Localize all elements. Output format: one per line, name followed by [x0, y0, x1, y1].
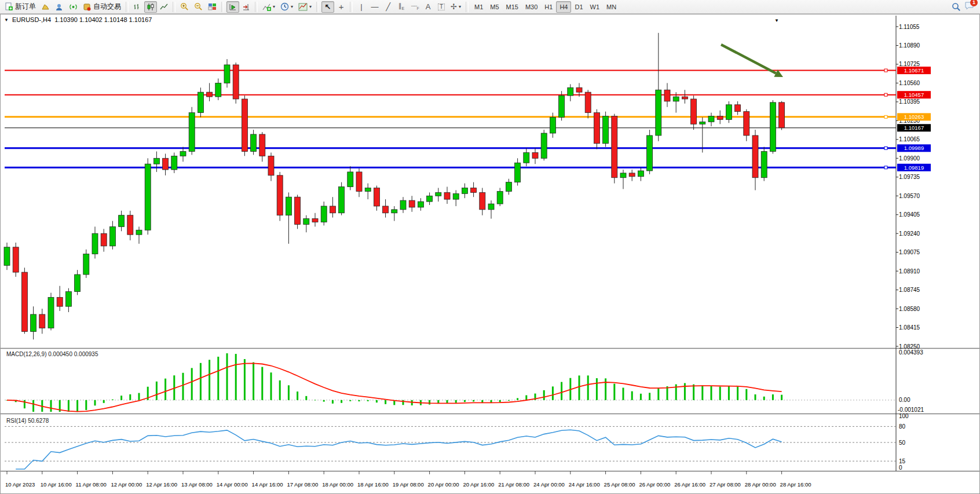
svg-text:24 Apr 16:00: 24 Apr 16:00 — [569, 481, 600, 488]
horizontal-line-button[interactable]: — — [368, 1, 381, 13]
tile-windows-button[interactable] — [206, 1, 219, 13]
chart-canvas[interactable]: 1.110551.108901.107251.105601.103951.102… — [1, 14, 979, 493]
zoom-in-button[interactable] — [178, 1, 191, 13]
arrows-icon: ✢ — [451, 3, 457, 10]
timeframe-d1[interactable]: D1 — [571, 1, 586, 13]
svg-text:26 Apr 00:00: 26 Apr 00:00 — [639, 481, 670, 488]
timeframe-m15[interactable]: M15 — [503, 1, 522, 13]
signals-icon — [69, 3, 78, 11]
cursor-icon: ↖ — [325, 3, 331, 10]
svg-text:1.09989: 1.09989 — [904, 145, 924, 151]
cursor-button[interactable]: ↖ — [321, 1, 334, 13]
svg-text:10 Apr 16:00: 10 Apr 16:00 — [41, 481, 72, 488]
arrows-button[interactable]: ✢▾ — [448, 1, 463, 13]
chart-shift-button[interactable] — [240, 1, 253, 13]
candlestick-icon — [147, 3, 155, 11]
svg-text:1.08415: 1.08415 — [899, 324, 920, 331]
toolbar-separator — [255, 2, 258, 12]
timeframe-m30[interactable]: M30 — [522, 1, 541, 13]
chart-dropdown-icon[interactable]: ▼ — [4, 17, 9, 23]
svg-text:1.09570: 1.09570 — [899, 193, 920, 199]
line-chart-button[interactable] — [158, 1, 170, 13]
svg-text:80: 80 — [899, 423, 906, 430]
rsi-indicator-label: RSI(14) 50.6278 — [6, 418, 49, 424]
vertical-line-button[interactable]: | — [355, 1, 368, 13]
periods-button[interactable]: ▾ — [278, 1, 295, 13]
svg-text:14 Apr 00:00: 14 Apr 00:00 — [217, 481, 248, 488]
periods-icon — [280, 2, 289, 11]
toolbar: 新订单 自动交易 — [0, 0, 980, 14]
horizontal-line-icon: — — [371, 3, 379, 10]
svg-text:-0.001021: -0.001021 — [898, 407, 924, 413]
svg-text:10 Apr 2023: 10 Apr 2023 — [5, 481, 35, 488]
crosshair-icon: + — [339, 2, 344, 11]
svg-text:1.08910: 1.08910 — [899, 268, 920, 275]
svg-text:28 Apr 16:00: 28 Apr 16:00 — [780, 481, 811, 488]
indicators-icon — [262, 3, 271, 11]
new-order-button[interactable]: 新订单 — [2, 1, 38, 13]
timeframe-m1[interactable]: M1 — [471, 1, 487, 13]
autotrading-label: 自动交易 — [93, 2, 121, 12]
svg-text:1.10167: 1.10167 — [904, 125, 924, 131]
vertical-line-icon: | — [360, 3, 362, 10]
svg-text:26 Apr 16:00: 26 Apr 16:00 — [674, 481, 705, 488]
text-label-button[interactable]: T — [435, 1, 448, 13]
timeframe-h4[interactable]: H4 — [556, 1, 571, 13]
trendline-button[interactable]: ╱ — [382, 1, 394, 13]
chart-shift-icon — [242, 3, 250, 11]
svg-text:1.10725: 1.10725 — [899, 61, 920, 67]
chat-button[interactable]: 1 — [964, 1, 974, 13]
equidistant-channel-button[interactable]: ∥E — [395, 1, 408, 13]
search-icon[interactable] — [952, 2, 961, 12]
svg-text:1.09900: 1.09900 — [899, 155, 920, 162]
auto-scroll-button[interactable] — [226, 1, 239, 13]
timeframe-h1[interactable]: H1 — [541, 1, 556, 13]
crosshair-button[interactable]: + — [335, 1, 348, 13]
chart-end-marker-icon[interactable]: ▼ — [774, 18, 779, 23]
signals-button[interactable] — [67, 1, 80, 13]
svg-text:1.10671: 1.10671 — [904, 67, 924, 74]
trading-terminal: 新订单 自动交易 — [0, 0, 980, 494]
new-order-label: 新订单 — [15, 2, 36, 12]
svg-text:100: 100 — [899, 413, 909, 419]
community-button[interactable] — [53, 1, 66, 13]
fibonacci-button[interactable]: ┄┄F — [408, 1, 421, 13]
templates-button[interactable]: ▾ — [296, 1, 314, 13]
zoom-out-button[interactable] — [192, 1, 205, 13]
svg-text:1.08250: 1.08250 — [899, 343, 920, 350]
market-watch-button[interactable] — [39, 1, 52, 13]
text-icon: A — [426, 3, 431, 10]
svg-text:1.10560: 1.10560 — [899, 80, 920, 86]
candlestick-button[interactable] — [144, 1, 157, 13]
fibonacci-icon: ┄┄F — [411, 3, 418, 10]
timeframe-m5[interactable]: M5 — [487, 1, 502, 13]
bar-chart-icon — [133, 3, 141, 11]
svg-text:27 Apr 08:00: 27 Apr 08:00 — [710, 481, 741, 488]
toolbar-separator — [126, 2, 129, 12]
trendline-icon: ╱ — [386, 3, 390, 10]
autotrading-icon — [83, 3, 92, 11]
svg-text:20 Apr 16:00: 20 Apr 16:00 — [463, 481, 494, 488]
indicators-button[interactable]: ▾ — [260, 1, 277, 13]
svg-text:1.11055: 1.11055 — [899, 24, 920, 30]
svg-text:1.10457: 1.10457 — [904, 92, 924, 98]
text-label-icon: T — [438, 3, 445, 10]
svg-text:28 Apr 00:00: 28 Apr 00:00 — [745, 481, 776, 488]
svg-text:17 Apr 08:00: 17 Apr 08:00 — [287, 481, 318, 488]
svg-text:1.10065: 1.10065 — [899, 136, 920, 142]
autotrading-button[interactable]: 自动交易 — [81, 1, 123, 13]
community-icon — [55, 3, 64, 11]
svg-text:1.09735: 1.09735 — [899, 174, 920, 180]
chart-ohlc: 1.10390 1.10402 1.10148 1.10167 — [54, 16, 152, 23]
svg-text:20 Apr 00:00: 20 Apr 00:00 — [428, 481, 459, 488]
text-button[interactable]: A — [422, 1, 434, 13]
bar-chart-button[interactable] — [131, 1, 144, 13]
svg-text:21 Apr 08:00: 21 Apr 08:00 — [498, 481, 529, 488]
svg-text:14 Apr 16:00: 14 Apr 16:00 — [252, 481, 283, 488]
svg-text:1.09240: 1.09240 — [899, 230, 920, 237]
market-watch-icon — [41, 3, 50, 11]
timeframe-mn[interactable]: MN — [603, 1, 620, 13]
timeframe-w1[interactable]: W1 — [587, 1, 604, 13]
svg-text:25 Apr 08:00: 25 Apr 08:00 — [604, 481, 635, 488]
toolbar-separator — [221, 2, 224, 12]
